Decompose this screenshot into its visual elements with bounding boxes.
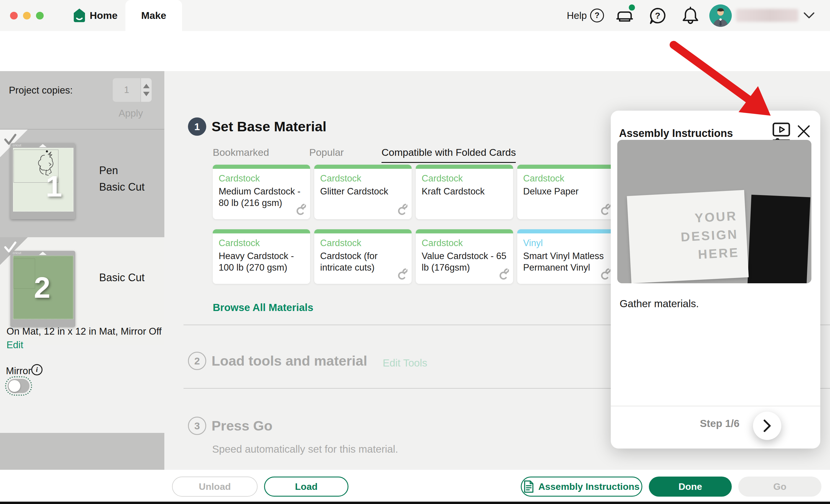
material-name: Cardstock (for intricate cuts) xyxy=(320,250,406,273)
assembly-instructions-label: Assembly Instructions xyxy=(538,481,639,492)
top-bar: Home Make Help ? ? xyxy=(0,0,830,31)
card-color-bar xyxy=(213,165,310,169)
machine-status-icon[interactable] xyxy=(616,9,633,25)
step-1-badge: 1 xyxy=(188,118,206,136)
user-avatar[interactable] xyxy=(709,4,732,27)
window-zoom-light[interactable] xyxy=(36,12,44,20)
material-card[interactable]: Vinyl Smart Vinyl Matless Permanent Viny… xyxy=(517,229,615,284)
step-3-badge: 3 xyxy=(188,417,206,435)
assembly-instructions-button[interactable]: Assembly Instructions xyxy=(521,477,642,497)
chat-question-glyph: ? xyxy=(655,11,660,20)
mirror-label: Mirror xyxy=(6,365,31,377)
material-category: Cardstock xyxy=(523,173,615,184)
card-color-bar xyxy=(314,165,412,169)
done-button[interactable]: Done xyxy=(649,477,732,497)
step-1-title: Set Base Material xyxy=(212,118,326,134)
cricut-bug-icon xyxy=(396,203,408,217)
material-card[interactable]: Cardstock Heavy Cardstock - 100 lb (270 … xyxy=(213,229,310,284)
unload-button[interactable]: Unload xyxy=(172,477,258,497)
copies-increment-icon[interactable] xyxy=(143,84,150,88)
copies-arrows[interactable] xyxy=(140,78,152,102)
mirror-toggle[interactable] xyxy=(8,379,30,393)
material-card[interactable]: Cardstock Glitter Cardstock xyxy=(314,165,412,219)
mat-2-design-bounds xyxy=(13,258,35,289)
tab-compatible-active[interactable]: Compatible with Folded Cards xyxy=(382,147,516,163)
material-card[interactable]: Cardstock Cardstock (for intricate cuts) xyxy=(314,229,412,284)
stencil-text-line: DESIGN xyxy=(680,225,739,246)
notifications-bell-icon[interactable] xyxy=(682,6,699,26)
mat-arrow-icon xyxy=(39,252,46,255)
tab-make[interactable]: Make xyxy=(125,0,182,31)
cricut-bug-icon xyxy=(497,267,509,282)
card-color-bar xyxy=(416,229,513,233)
material-card[interactable]: Cardstock Medium Cardstock - 80 lb (216 … xyxy=(213,165,310,219)
mat-1-cut-area xyxy=(13,148,73,212)
step-2-badge: 2 xyxy=(188,352,206,370)
card-color-bar xyxy=(517,229,615,233)
mat-1-thumbnail[interactable]: cricut xyxy=(10,143,75,219)
instruction-caption: Gather materials. xyxy=(619,298,699,310)
project-copies-label: Project copies: xyxy=(9,85,72,96)
window-bottom-edge xyxy=(0,502,830,504)
help-menu[interactable]: Help xyxy=(567,0,587,31)
material-category: Cardstock xyxy=(219,238,310,248)
account-chevron-down-icon[interactable] xyxy=(803,12,815,20)
material-category: Cardstock xyxy=(422,173,513,184)
mirror-info-icon[interactable]: i xyxy=(31,364,42,375)
mat-row-1[interactable]: cricut xyxy=(0,130,164,237)
instruction-step-image: YOUR DESIGN HERE xyxy=(617,140,811,283)
assembly-instructions-panel: Assembly Instructions YOUR DESIGN HERE xyxy=(611,111,820,448)
document-icon xyxy=(523,480,534,493)
material-name: Smart Vinyl Matless Permanent Vinyl xyxy=(523,250,609,273)
browse-all-materials-link[interactable]: Browse All Materials xyxy=(213,302,313,313)
material-card[interactable]: Cardstock Deluxe Paper xyxy=(517,165,615,219)
mat-1-cut-label: Basic Cut xyxy=(99,181,145,193)
go-button[interactable]: Go xyxy=(738,477,822,497)
card-color-bar xyxy=(517,165,615,169)
panel-title: Assembly Instructions xyxy=(619,127,733,139)
help-question-icon[interactable]: ? xyxy=(590,8,604,23)
tab-home[interactable]: Home xyxy=(90,0,118,31)
cricut-bug-icon xyxy=(396,267,408,282)
stencil-text-line: YOUR xyxy=(694,207,738,227)
tab-popular[interactable]: Popular xyxy=(309,147,344,158)
user-name-redacted xyxy=(736,9,798,22)
window-close-light[interactable] xyxy=(10,12,18,20)
cricut-home-icon[interactable] xyxy=(72,8,86,24)
material-name: Heavy Cardstock - 100 lb (270 gsm) xyxy=(219,250,305,273)
mat-brand-label: cricut xyxy=(13,251,21,255)
machine-connected-badge xyxy=(629,4,635,11)
copies-stepper[interactable]: 1 xyxy=(113,78,152,102)
material-name: Glitter Cardstock xyxy=(320,186,406,197)
stencil-text-line: HERE xyxy=(698,243,740,263)
copies-value[interactable]: 1 xyxy=(113,78,140,102)
material-name: Medium Cardstock - 80 lb (216 gsm) xyxy=(219,186,305,209)
material-name: Kraft Cardstock xyxy=(422,186,508,197)
close-icon[interactable] xyxy=(797,124,811,138)
material-card[interactable]: Cardstock Value Cardstock - 65 lb (176gs… xyxy=(416,229,513,284)
video-tutorial-icon[interactable] xyxy=(772,122,791,143)
chevron-right-icon xyxy=(763,419,771,433)
load-button[interactable]: Load xyxy=(264,477,348,497)
copies-decrement-icon[interactable] xyxy=(143,92,150,96)
step-3-title: Press Go xyxy=(212,417,272,434)
card-color-bar xyxy=(416,165,513,169)
material-name: Value Cardstock - 65 lb (176gsm) xyxy=(422,250,508,273)
mat-2-thumbnail[interactable]: cricut 2 xyxy=(10,251,75,327)
step-progress-label: Step 1/6 xyxy=(700,417,739,429)
material-category: Cardstock xyxy=(320,238,412,248)
window-minimize-light[interactable] xyxy=(23,12,31,20)
tab-bookmarked[interactable]: Bookmarked xyxy=(213,147,269,158)
mat-2-cut-label: Basic Cut xyxy=(99,272,145,284)
sidebar-bottom-block xyxy=(0,433,164,470)
material-card[interactable]: Cardstock Kraft Cardstock xyxy=(416,165,513,219)
support-chat-icon[interactable]: ? xyxy=(649,7,666,26)
edit-mat-link[interactable]: Edit xyxy=(6,339,23,351)
stencil-card-paper: YOUR DESIGN HERE xyxy=(627,190,749,283)
mat-arrow-icon xyxy=(39,144,46,147)
material-name: Deluxe Paper xyxy=(523,186,609,197)
edit-tools-link[interactable]: Edit Tools xyxy=(383,357,427,369)
next-step-button[interactable] xyxy=(753,412,781,440)
project-title-bar: T-Rex Birthday Card xyxy=(0,31,830,71)
apply-button[interactable]: Apply xyxy=(119,108,143,119)
